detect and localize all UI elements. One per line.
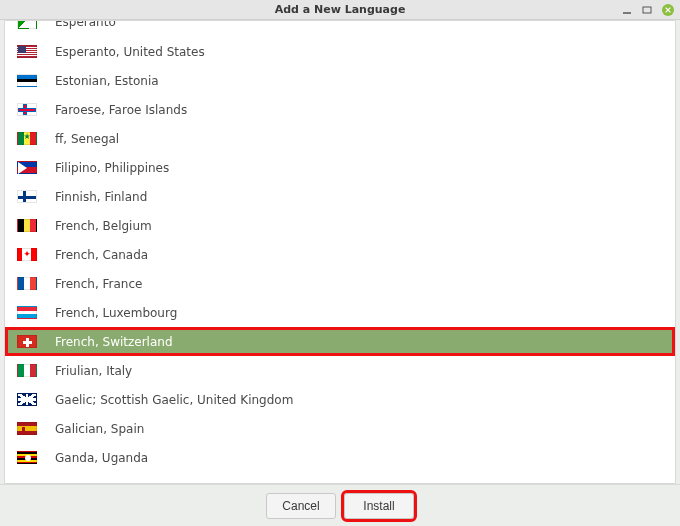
flag-icon: [17, 393, 37, 406]
flag-icon: [17, 74, 37, 87]
language-list-container: EsperantoEsperanto, United StatesEstonia…: [4, 20, 676, 484]
language-row[interactable]: Estonian, Estonia: [5, 66, 675, 95]
flag-icon: [17, 306, 37, 319]
language-row[interactable]: Ganda, Uganda: [5, 443, 675, 472]
language-row[interactable]: Filipino, Philippines: [5, 153, 675, 182]
language-row[interactable]: French, Belgium: [5, 211, 675, 240]
language-row[interactable]: Finnish, Finland: [5, 182, 675, 211]
flag-icon: [17, 161, 37, 174]
flag-icon: [17, 277, 37, 290]
language-row[interactable]: Faroese, Faroe Islands: [5, 95, 675, 124]
language-label: Estonian, Estonia: [55, 74, 159, 88]
language-label: Finnish, Finland: [55, 190, 147, 204]
close-button[interactable]: [662, 4, 674, 16]
language-label: French, Belgium: [55, 219, 152, 233]
language-label: French, Canada: [55, 248, 148, 262]
flag-icon: [17, 422, 37, 435]
add-language-window: Add a New Language EsperantoEsperanto, U…: [0, 0, 680, 526]
language-label: Ganda, Uganda: [55, 451, 148, 465]
language-row[interactable]: French, Luxembourg: [5, 298, 675, 327]
language-row[interactable]: French, Canada: [5, 240, 675, 269]
language-label: French, France: [55, 277, 142, 291]
titlebar: Add a New Language: [0, 0, 680, 20]
language-label: Esperanto: [55, 21, 116, 29]
flag-icon: [17, 132, 37, 145]
language-label: Filipino, Philippines: [55, 161, 169, 175]
flag-icon: [17, 219, 37, 232]
language-label: Esperanto, United States: [55, 45, 205, 59]
language-label: Galician, Spain: [55, 422, 144, 436]
language-label: ff, Senegal: [55, 132, 119, 146]
language-label: French, Luxembourg: [55, 306, 177, 320]
language-label: Gaelic; Scottish Gaelic, United Kingdom: [55, 393, 293, 407]
language-row[interactable]: Gaelic; Scottish Gaelic, United Kingdom: [5, 385, 675, 414]
cancel-button[interactable]: Cancel: [266, 493, 336, 519]
svg-rect-1: [643, 7, 651, 13]
language-label: Faroese, Faroe Islands: [55, 103, 187, 117]
flag-icon: [17, 103, 37, 116]
language-row[interactable]: Esperanto, United States: [5, 37, 675, 66]
language-row[interactable]: Friulian, Italy: [5, 356, 675, 385]
flag-icon: [17, 451, 37, 464]
language-list[interactable]: EsperantoEsperanto, United StatesEstonia…: [5, 21, 675, 483]
language-row[interactable]: French, Switzerland: [5, 327, 675, 356]
flag-icon: [17, 335, 37, 348]
window-controls: [622, 4, 674, 16]
minimize-button[interactable]: [622, 5, 632, 15]
language-label: French, Switzerland: [55, 335, 173, 349]
flag-icon: [17, 364, 37, 377]
maximize-button[interactable]: [642, 5, 652, 15]
language-row[interactable]: Galician, Spain: [5, 414, 675, 443]
language-row[interactable]: Esperanto: [5, 21, 675, 37]
flag-icon: [17, 190, 37, 203]
install-button[interactable]: Install: [344, 493, 414, 519]
language-label: Friulian, Italy: [55, 364, 132, 378]
language-row[interactable]: ff, Senegal: [5, 124, 675, 153]
flag-icon: [17, 21, 37, 29]
window-title: Add a New Language: [0, 3, 680, 16]
flag-icon: [17, 45, 37, 58]
language-row[interactable]: French, France: [5, 269, 675, 298]
flag-icon: [17, 248, 37, 261]
dialog-footer: Cancel Install: [0, 484, 680, 526]
